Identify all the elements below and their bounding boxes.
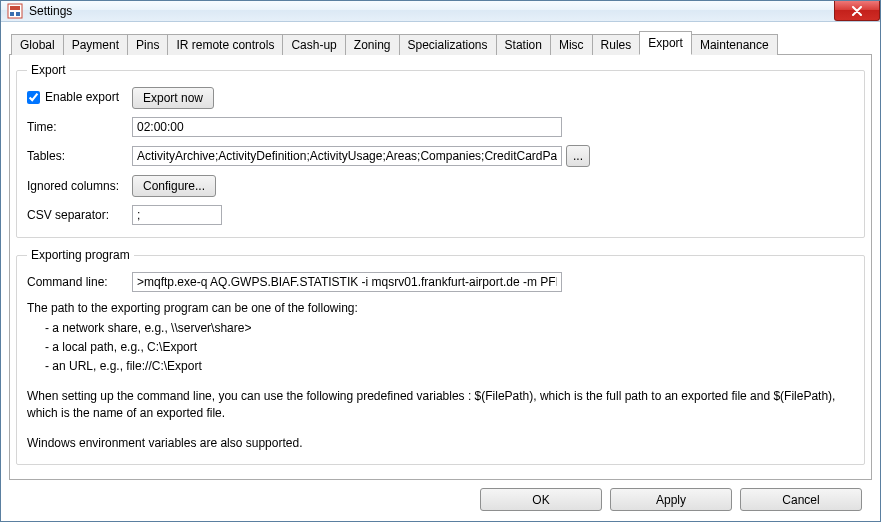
tab-ir-remote-controls[interactable]: IR remote controls <box>167 34 283 55</box>
export-group-legend: Export <box>27 63 70 77</box>
tab-maintenance[interactable]: Maintenance <box>691 34 778 55</box>
enable-export-checkbox-wrap: Enable export <box>27 90 132 107</box>
enable-export-label: Enable export <box>45 90 119 104</box>
apply-button[interactable]: Apply <box>610 488 732 511</box>
cancel-button[interactable]: Cancel <box>740 488 862 511</box>
command-line-input[interactable] <box>132 272 562 292</box>
tab-zoning[interactable]: Zoning <box>345 34 400 55</box>
help-text: The path to the exporting program can be… <box>27 300 854 452</box>
enable-export-input[interactable] <box>27 91 40 104</box>
svg-rect-2 <box>10 12 14 16</box>
help-bullet-2: - a local path, e.g., C:\Export <box>27 339 854 356</box>
tab-global[interactable]: Global <box>11 34 64 55</box>
window-title: Settings <box>29 4 72 18</box>
tab-label: Global <box>20 38 55 52</box>
configure-button[interactable]: Configure... <box>132 175 216 197</box>
tab-label: IR remote controls <box>176 38 274 52</box>
tab-label: Zoning <box>354 38 391 52</box>
dialog-buttons: OK Apply Cancel <box>9 480 872 521</box>
tab-label: Maintenance <box>700 38 769 52</box>
tab-label: Misc <box>559 38 584 52</box>
export-group: Export Enable export Export now Time: <box>16 63 865 238</box>
titlebar: Settings <box>1 1 880 22</box>
time-input[interactable] <box>132 117 562 137</box>
help-intro: The path to the exporting program can be… <box>27 300 854 317</box>
tabstrip: Global Payment Pins IR remote controls C… <box>9 30 872 55</box>
tables-input[interactable] <box>132 146 562 166</box>
tab-label: Cash-up <box>291 38 336 52</box>
exporting-program-legend: Exporting program <box>27 248 134 262</box>
enable-export-checkbox[interactable]: Enable export <box>27 90 119 104</box>
tab-export[interactable]: Export <box>639 31 692 55</box>
tab-specializations[interactable]: Specializations <box>399 34 497 55</box>
time-label: Time: <box>27 120 132 134</box>
tab-label: Payment <box>72 38 119 52</box>
tab-label: Station <box>505 38 542 52</box>
tab-label: Pins <box>136 38 159 52</box>
help-env: Windows environment variables are also s… <box>27 435 854 452</box>
export-now-button[interactable]: Export now <box>132 87 214 109</box>
tables-browse-button[interactable]: ... <box>566 145 590 167</box>
csv-separator-input[interactable] <box>132 205 222 225</box>
tab-payment[interactable]: Payment <box>63 34 128 55</box>
app-icon <box>7 3 23 19</box>
client-area: Global Payment Pins IR remote controls C… <box>1 22 880 521</box>
help-bullet-3: - an URL, e.g., file://C:\Export <box>27 358 854 375</box>
svg-rect-1 <box>10 6 20 10</box>
ok-button[interactable]: OK <box>480 488 602 511</box>
help-bullet-1: - a network share, e.g., \\server\share> <box>27 320 854 337</box>
svg-rect-3 <box>16 12 20 16</box>
tab-label: Rules <box>601 38 632 52</box>
help-vars: When setting up the command line, you ca… <box>27 388 854 423</box>
close-button[interactable] <box>834 1 880 21</box>
tab-pins[interactable]: Pins <box>127 34 168 55</box>
tab-label: Specializations <box>408 38 488 52</box>
tables-label: Tables: <box>27 149 132 163</box>
tab-label: Export <box>648 36 683 50</box>
ignored-columns-label: Ignored columns: <box>27 179 132 193</box>
tab-rules[interactable]: Rules <box>592 34 641 55</box>
tab-station[interactable]: Station <box>496 34 551 55</box>
tab-misc[interactable]: Misc <box>550 34 593 55</box>
command-line-label: Command line: <box>27 275 132 289</box>
settings-window: Settings Global Payment Pins IR remote c… <box>0 0 881 522</box>
tab-panel-export: Export Enable export Export now Time: <box>9 55 872 480</box>
csv-separator-label: CSV separator: <box>27 208 132 222</box>
tab-cash-up[interactable]: Cash-up <box>282 34 345 55</box>
exporting-program-group: Exporting program Command line: The path… <box>16 248 865 465</box>
